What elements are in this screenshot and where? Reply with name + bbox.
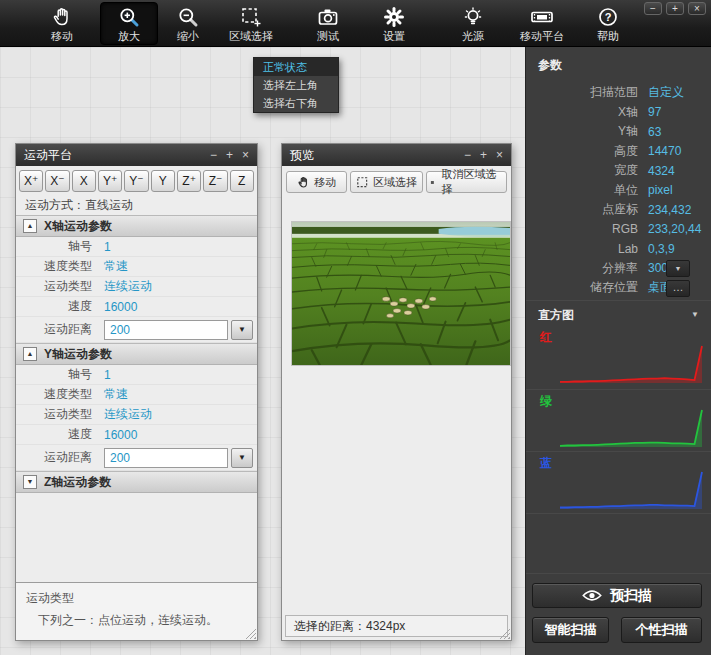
width-value[interactable]: 4324 xyxy=(648,164,675,178)
y-axis-value[interactable]: 63 xyxy=(648,125,661,139)
y-axis-section-header[interactable]: ▲ Y轴运动参数 xyxy=(16,343,257,365)
speed-type-value[interactable]: 常速 xyxy=(104,386,128,403)
chevron-down-icon[interactable]: ▼ xyxy=(231,448,253,468)
jog-y-minus-button[interactable]: Y⁻ xyxy=(124,170,148,192)
collapse-down-icon[interactable]: ▼ xyxy=(23,475,37,489)
x-axis-section-header[interactable]: ▲ X轴运动参数 xyxy=(16,215,257,237)
zoom-in-tool-label: 放大 xyxy=(118,29,140,44)
help-tool-button[interactable]: ? 帮助 xyxy=(584,2,632,45)
scan-range-value[interactable]: 自定义 xyxy=(648,84,684,101)
cancel-region-icon xyxy=(427,177,438,188)
preview-image[interactable] xyxy=(291,221,511,366)
collapse-up-icon[interactable]: ▲ xyxy=(23,219,37,233)
collapse-up-icon[interactable]: ▲ xyxy=(23,347,37,361)
custom-scan-button[interactable]: 个性扫描 xyxy=(621,617,702,643)
axis-number-value[interactable]: 1 xyxy=(104,368,111,382)
parameters-sidebar: 参数 扫描范围 自定义 X轴 97 Y轴 63 高度 14470 宽度 4324 xyxy=(525,47,711,655)
chevron-down-icon[interactable]: ▼ xyxy=(231,320,253,340)
jog-z-button[interactable]: Z xyxy=(230,170,254,192)
motion-type-label: 运动类型 xyxy=(16,406,92,423)
motion-panel-close-button[interactable]: × xyxy=(242,149,249,161)
resolution-dropdown-button[interactable]: ▼ xyxy=(666,260,690,277)
smart-scan-label: 智能扫描 xyxy=(545,621,597,639)
moving-platform-tool-button[interactable]: 移动平台 xyxy=(506,2,578,45)
point-coordinate-label: 点座标 xyxy=(526,201,638,218)
z-axis-section-title: Z轴运动参数 xyxy=(44,474,111,491)
window-maximize-button[interactable]: + xyxy=(666,2,684,15)
x-distance-select[interactable]: 200 xyxy=(104,320,228,340)
moving-platform-tool-label: 移动平台 xyxy=(520,29,564,44)
jog-x-plus-button[interactable]: X⁺ xyxy=(19,170,43,192)
axis-number-label: 轴号 xyxy=(16,366,92,383)
move-tool-button[interactable]: 移动 xyxy=(34,2,90,45)
light-source-tool-button[interactable]: 光源 xyxy=(442,2,504,45)
menu-item-normal-state[interactable]: 正常状态 xyxy=(254,58,338,76)
preview-move-button[interactable]: 移动 xyxy=(286,171,347,193)
preview-region-select-button[interactable]: 区域选择 xyxy=(350,171,422,193)
y-distance-select[interactable]: 200 xyxy=(104,448,228,468)
rgb-value[interactable]: 233,20,44 xyxy=(648,222,701,236)
lab-value[interactable]: 0,3,9 xyxy=(648,242,675,256)
histogram-header[interactable]: 直方图 ▼ xyxy=(526,305,711,325)
storage-location-browse-button[interactable]: … xyxy=(666,280,690,297)
motion-type-help-description: 下列之一：点位运动，连续运动。 xyxy=(26,612,247,629)
region-select-tool-button[interactable]: 区域选择 xyxy=(218,2,284,45)
test-tool-label: 测试 xyxy=(317,29,339,44)
height-value[interactable]: 14470 xyxy=(648,144,681,158)
motion-panel-maximize-button[interactable]: + xyxy=(226,149,233,161)
green-histogram-chart xyxy=(559,407,705,449)
x-axis-value[interactable]: 97 xyxy=(648,105,661,119)
preview-move-label: 移动 xyxy=(314,175,336,190)
zoom-in-icon xyxy=(118,6,140,28)
height-row: 高度 14470 xyxy=(526,142,711,162)
settings-tool-button[interactable]: 设置 xyxy=(366,2,422,45)
chevron-down-icon[interactable]: ▼ xyxy=(691,305,699,325)
test-tool-button[interactable]: 测试 xyxy=(300,2,356,45)
x-axis-number-row: 轴号 1 xyxy=(16,237,257,257)
move-tool-label: 移动 xyxy=(51,29,73,44)
speed-type-value[interactable]: 常速 xyxy=(104,258,128,275)
prescan-button[interactable]: 预扫描 xyxy=(532,583,702,608)
point-coordinate-value[interactable]: 234,432 xyxy=(648,203,691,217)
settings-tool-label: 设置 xyxy=(383,29,405,44)
y-axis-row: Y轴 63 xyxy=(526,122,711,142)
window-close-button[interactable]: × xyxy=(688,2,706,15)
motion-type-value[interactable]: 连续运动 xyxy=(104,278,152,295)
preview-panel-close-button[interactable]: × xyxy=(496,149,503,161)
zoom-in-tool-button[interactable]: 放大 xyxy=(100,2,158,45)
jog-y-plus-button[interactable]: Y⁺ xyxy=(98,170,122,192)
speed-value[interactable]: 16000 xyxy=(104,428,137,442)
axis-number-value[interactable]: 1 xyxy=(104,240,111,254)
preview-cancel-region-label: 取消区域选择 xyxy=(442,167,506,197)
red-histogram-chart xyxy=(559,343,705,385)
resize-grip[interactable] xyxy=(245,628,256,639)
motion-panel-minimize-button[interactable]: − xyxy=(210,149,217,161)
jog-y-button[interactable]: Y xyxy=(151,170,175,192)
speed-value[interactable]: 16000 xyxy=(104,300,137,314)
z-axis-section-header[interactable]: ▼ Z轴运动参数 xyxy=(16,471,257,493)
height-label: 高度 xyxy=(526,143,638,160)
lab-label: Lab xyxy=(526,242,638,256)
zoom-out-tool-button[interactable]: 缩小 xyxy=(162,2,214,45)
unit-value[interactable]: pixel xyxy=(648,183,673,197)
smart-scan-button[interactable]: 智能扫描 xyxy=(532,617,609,643)
x-axis-label: X轴 xyxy=(526,104,638,121)
menu-item-select-bottom-right[interactable]: 选择右下角 xyxy=(254,94,338,112)
jog-x-minus-button[interactable]: X⁻ xyxy=(45,170,69,192)
preview-panel-maximize-button[interactable]: + xyxy=(480,149,487,161)
preview-panel-minimize-button[interactable]: − xyxy=(464,149,471,161)
region-select-icon xyxy=(356,176,369,189)
menu-item-select-top-left[interactable]: 选择左上角 xyxy=(254,76,338,94)
motion-type-value[interactable]: 连续运动 xyxy=(104,406,152,423)
x-motion-type-row: 运动类型 连续运动 xyxy=(16,277,257,297)
preview-panel-titlebar[interactable]: 预览 − + × xyxy=(282,144,511,166)
jog-x-button[interactable]: X xyxy=(72,170,96,192)
motion-panel-titlebar[interactable]: 运动平台 − + × xyxy=(16,144,257,166)
jog-z-plus-button[interactable]: Z⁺ xyxy=(177,170,201,192)
jog-z-minus-button[interactable]: Z⁻ xyxy=(203,170,227,192)
prescan-label: 预扫描 xyxy=(610,587,652,605)
motion-type-help-title: 运动类型 xyxy=(26,590,247,607)
parameters-header: 参数 xyxy=(526,55,711,75)
preview-cancel-region-button[interactable]: 取消区域选择 xyxy=(426,171,507,193)
window-minimize-button[interactable]: − xyxy=(644,2,662,15)
